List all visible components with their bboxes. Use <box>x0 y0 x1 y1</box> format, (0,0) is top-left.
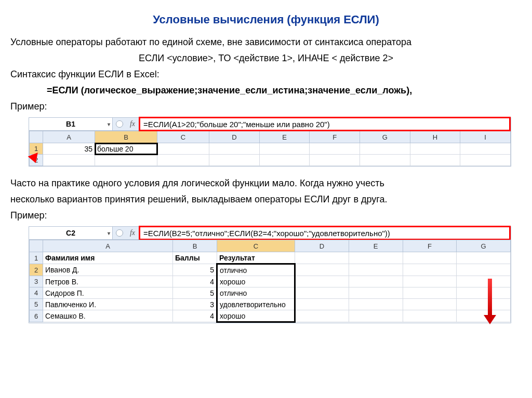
dropdown-icon[interactable]: ▾ <box>108 121 110 127</box>
cell[interactable] <box>310 143 360 155</box>
cell[interactable] <box>310 155 360 166</box>
cell[interactable] <box>349 252 403 264</box>
cell[interactable]: Павлюченко И. <box>43 299 173 310</box>
col-header[interactable]: F <box>403 240 457 252</box>
cell[interactable] <box>403 264 457 276</box>
col-header[interactable]: D <box>295 240 349 252</box>
cell[interactable]: 35 <box>43 143 95 155</box>
cell[interactable] <box>457 299 511 310</box>
row-header[interactable]: 5 <box>30 299 43 310</box>
cell[interactable]: 5 <box>173 264 217 276</box>
cell[interactable] <box>157 155 209 166</box>
col-header[interactable]: C <box>217 240 295 252</box>
cell[interactable] <box>360 155 410 166</box>
cell[interactable] <box>457 264 511 276</box>
cell[interactable] <box>209 143 260 155</box>
name-box[interactable]: B1 ▾ <box>29 118 113 130</box>
col-header[interactable]: C <box>157 131 209 143</box>
col-header[interactable]: A <box>43 131 95 143</box>
cell[interactable] <box>457 287 511 299</box>
cell[interactable] <box>349 287 403 299</box>
cell[interactable] <box>410 143 460 155</box>
row-header[interactable]: 1 <box>30 252 43 264</box>
cell[interactable] <box>349 299 403 310</box>
name-box-value: C2 <box>66 229 75 237</box>
cell[interactable]: удовлетворительно <box>217 299 295 310</box>
cell[interactable]: Сидоров П. <box>43 287 173 299</box>
cell[interactable] <box>295 287 349 299</box>
cell[interactable]: 4 <box>173 276 217 287</box>
cell[interactable] <box>209 155 260 166</box>
col-header[interactable]: A <box>43 240 173 252</box>
cell[interactable]: Фамилия имя <box>43 252 173 264</box>
cell[interactable] <box>460 143 511 155</box>
spreadsheet-grid[interactable]: A B C D E F G 1 Фамилия имя Баллы Резуль… <box>29 240 511 323</box>
corner-cell[interactable] <box>30 240 43 252</box>
col-header[interactable]: E <box>259 131 310 143</box>
cell[interactable]: 4 <box>173 310 217 322</box>
page-title: Условные вычисления (функция ЕСЛИ) <box>10 13 522 26</box>
cell[interactable] <box>349 264 403 276</box>
cell[interactable]: хорошо <box>217 276 295 287</box>
spreadsheet-grid[interactable]: A B C D E F G H I 1 35 больше 20 2 <box>29 131 511 166</box>
cell[interactable] <box>403 310 457 322</box>
col-header[interactable]: D <box>209 131 260 143</box>
cell[interactable] <box>457 252 511 264</box>
col-header[interactable]: B <box>95 131 157 143</box>
col-header[interactable]: B <box>173 240 217 252</box>
col-header[interactable]: G <box>457 240 511 252</box>
cell[interactable] <box>403 299 457 310</box>
cell[interactable] <box>457 276 511 287</box>
cell[interactable] <box>259 155 310 166</box>
cell[interactable] <box>349 276 403 287</box>
cell[interactable]: Петров В. <box>43 276 173 287</box>
cell[interactable]: Результат <box>217 252 295 264</box>
formula-bar[interactable]: =ЕСЛИ(A1>20;"больше 20";"меньше или равн… <box>139 117 511 131</box>
cell[interactable] <box>157 143 209 155</box>
fx-icon[interactable]: fx <box>126 118 139 130</box>
cell[interactable]: 5 <box>173 287 217 299</box>
cell[interactable]: 3 <box>173 299 217 310</box>
cell[interactable]: Иванов Д. <box>43 264 173 276</box>
cell[interactable]: Семашко В. <box>43 310 173 322</box>
row-header[interactable]: 4 <box>30 287 43 299</box>
cell[interactable] <box>259 143 310 155</box>
cell[interactable] <box>95 155 157 166</box>
cell[interactable]: больше 20 <box>95 143 157 155</box>
cell[interactable] <box>295 264 349 276</box>
cell[interactable] <box>410 155 460 166</box>
intro-formula: =ЕСЛИ (логическое_выражение;значение_есл… <box>47 85 522 96</box>
intro-text-1: Условные операторы работают по единой сх… <box>10 37 522 48</box>
cell[interactable] <box>403 276 457 287</box>
cell[interactable] <box>460 155 511 166</box>
cell[interactable] <box>295 252 349 264</box>
cell[interactable]: хорошо <box>217 310 295 322</box>
row-header[interactable]: 6 <box>30 310 43 322</box>
name-box[interactable]: C2 ▾ <box>29 227 113 239</box>
formula-bar[interactable]: =ЕСЛИ(B2=5;"отлично";ЕСЛИ(B2=4;"хорошо";… <box>139 226 511 240</box>
cell[interactable] <box>349 310 403 322</box>
cell[interactable]: Баллы <box>173 252 217 264</box>
corner-cell[interactable] <box>30 131 43 143</box>
dropdown-icon[interactable]: ▾ <box>108 230 110 236</box>
cell[interactable]: отлично <box>217 287 295 299</box>
fill-arrow-icon <box>488 279 496 324</box>
col-header[interactable]: I <box>460 131 511 143</box>
cell[interactable] <box>403 287 457 299</box>
cell[interactable] <box>295 276 349 287</box>
name-box-value: B1 <box>66 120 75 128</box>
formula-bar-row: B1 ▾ fx =ЕСЛИ(A1>20;"больше 20";"меньше … <box>29 118 511 131</box>
cell[interactable]: отлично <box>217 264 295 276</box>
cell[interactable] <box>43 155 95 166</box>
col-header[interactable]: E <box>349 240 403 252</box>
cell[interactable] <box>360 143 410 155</box>
col-header[interactable]: H <box>410 131 460 143</box>
cell[interactable] <box>403 252 457 264</box>
cell[interactable] <box>295 299 349 310</box>
row-header[interactable]: 2 <box>30 264 43 276</box>
fx-icon[interactable]: fx <box>126 227 139 239</box>
cell[interactable] <box>295 310 349 322</box>
col-header[interactable]: F <box>310 131 360 143</box>
col-header[interactable]: G <box>360 131 410 143</box>
row-header[interactable]: 3 <box>30 276 43 287</box>
